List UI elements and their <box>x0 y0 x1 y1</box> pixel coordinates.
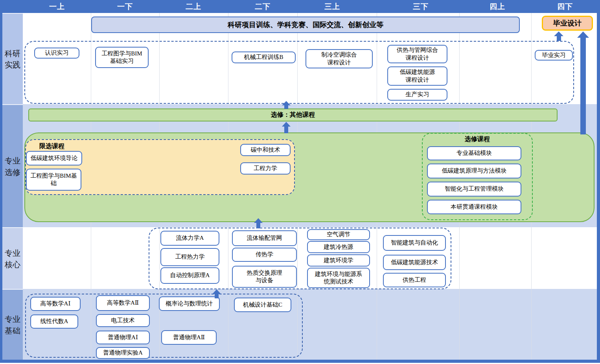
course-box: 工程力学 <box>240 162 291 175</box>
sidebar-row-elective: 专业 选修 <box>2 104 23 228</box>
restricted-electives-title: 限选课程 <box>39 142 64 151</box>
footer-bar <box>0 360 600 363</box>
up-arrow-icon <box>254 218 263 228</box>
course-box: 毕业实习 <box>535 50 573 61</box>
right-border <box>597 0 600 363</box>
semester-label: 四下 <box>547 2 583 12</box>
course-box: 低碳建筑原理与方法模块 <box>427 164 521 178</box>
course-box: 生产实习 <box>387 89 447 101</box>
course-box: 低碳建筑环境导论 <box>26 151 82 165</box>
semester-label: 二上 <box>176 2 211 12</box>
course-box: 低碳建筑能源技术 <box>383 255 446 270</box>
up-arrow-icon <box>282 101 291 109</box>
up-arrow-icon <box>282 122 291 133</box>
course-box: 本研贯通课程模块 <box>427 200 521 214</box>
course-box: 机械工程训练B <box>232 51 296 63</box>
course-box: 低碳建筑能源 课程设计 <box>387 66 447 86</box>
elective-other-bar: 选修：其他课程 <box>28 108 558 121</box>
semester-label: 四上 <box>480 2 515 12</box>
course-box: 流体力学A <box>160 231 219 246</box>
course-box: 工程热力学 <box>160 248 219 266</box>
up-arrow-icon <box>212 289 221 298</box>
course-box: 传热学 <box>232 248 297 262</box>
course-box: 普通物理实验A <box>96 347 150 359</box>
research-banner: 科研项目训练、学科竞赛、国际交流、创新创业等 <box>91 17 520 33</box>
course-box: 高等数学AⅠ <box>30 297 81 311</box>
semester-label: 一下 <box>107 2 143 12</box>
course-box: 工程图学与BIM 基础实习 <box>95 47 149 68</box>
course-box: 智能建筑与自动化 <box>383 235 446 251</box>
course-box: 高等数学AⅡ <box>96 295 150 311</box>
course-box: 建筑环境学 <box>307 254 370 267</box>
course-box: 制冷空调综合 课程设计 <box>306 49 373 68</box>
course-box: 普通物理AⅠ <box>96 331 150 344</box>
semester-label: 二下 <box>245 2 280 12</box>
course-box: 自动控制原理A <box>160 267 219 284</box>
graduation-design-box: 毕业设计 <box>542 16 593 31</box>
course-box: 线性代数A <box>30 314 78 329</box>
elective-modules-title: 选修课程 <box>422 135 533 143</box>
semester-label: 三上 <box>315 2 350 12</box>
sidebar-row-core: 专业 核心 <box>2 227 23 290</box>
course-box: 碳中和技术 <box>240 144 291 156</box>
semester-label: 一上 <box>39 2 75 12</box>
curriculum-map: 一上 一下 二上 二下 三上 三下 四上 四下 科研 实践 专业 选修 专业 核… <box>0 0 600 364</box>
course-box: 供热与管网综合 课程设计 <box>387 45 447 63</box>
left-border <box>0 0 2 363</box>
course-box: 概率论与数理统计 <box>159 296 220 311</box>
course-box: 电工技术 <box>96 314 150 327</box>
course-box: 空气调节 <box>307 229 370 240</box>
course-box: 供热工程 <box>383 273 446 287</box>
course-box: 建筑环境与能源系 统测试技术 <box>307 268 370 288</box>
course-box: 建筑冷热源 <box>307 241 370 253</box>
course-box: 智能化与工程管理模块 <box>427 182 521 197</box>
course-box: 热质交换原理 与设备 <box>232 266 297 288</box>
up-arrow-icon <box>577 31 589 134</box>
sidebar-row-research: 科研 实践 <box>2 13 23 105</box>
course-box: 工程图学与BIM基 础 <box>26 169 81 191</box>
sidebar-row-foundation: 专业 基础 <box>2 289 23 360</box>
course-box: 认识实习 <box>34 48 79 59</box>
semester-label: 三下 <box>403 2 438 12</box>
course-box: 普通物理AⅡ <box>161 330 217 345</box>
course-box: 专业基础模块 <box>427 146 521 160</box>
course-box: 机械设计基础C <box>234 298 291 312</box>
up-arrow-icon <box>554 31 563 41</box>
course-box: 流体输配管网 <box>232 230 297 246</box>
